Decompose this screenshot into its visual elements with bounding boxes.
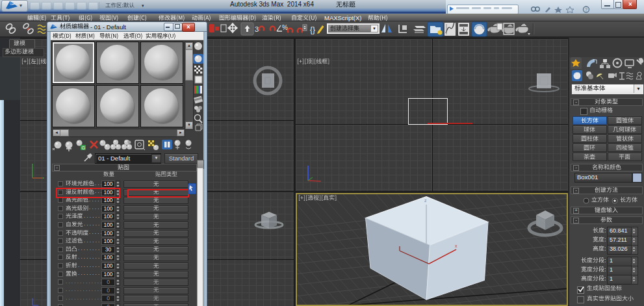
svg-text:G: G [82, 146, 85, 150]
svg-text:x: x [455, 244, 457, 248]
svg-text:z: z [424, 198, 427, 203]
